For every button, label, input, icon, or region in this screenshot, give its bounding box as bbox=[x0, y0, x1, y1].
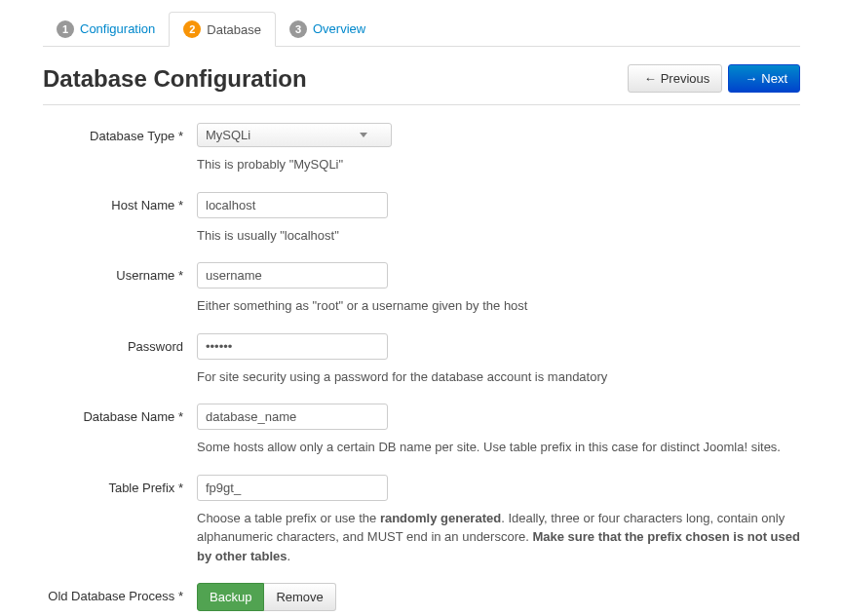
header-row: Database Configuration ← Previous → Next bbox=[43, 64, 800, 105]
database-type-select[interactable]: MySQLi bbox=[197, 123, 392, 147]
help-username: Either something as "root" or a username… bbox=[197, 296, 800, 316]
row-database-type: Database Type * MySQLi This is probably … bbox=[43, 123, 800, 174]
step-tab-configuration[interactable]: 1 Configuration bbox=[43, 12, 169, 46]
label-table-prefix: Table Prefix * bbox=[43, 475, 197, 566]
step-label: Overview bbox=[313, 21, 365, 36]
chevron-down-icon bbox=[360, 133, 367, 137]
step-number: 1 bbox=[57, 20, 74, 38]
step-number: 3 bbox=[289, 20, 307, 38]
help-password: For site security using a password for t… bbox=[197, 367, 800, 387]
old-db-toggle-group: Backup Remove bbox=[197, 583, 336, 611]
label-old-database-process: Old Database Process * bbox=[43, 583, 197, 616]
next-button[interactable]: → Next bbox=[728, 64, 800, 93]
help-table-prefix: Choose a table prefix or use the randoml… bbox=[197, 509, 800, 566]
step-label: Database bbox=[207, 22, 261, 37]
step-tab-overview[interactable]: 3 Overview bbox=[276, 12, 379, 46]
previous-label: Previous bbox=[661, 71, 710, 86]
row-username: Username * Either something as "root" or… bbox=[43, 262, 800, 316]
database-name-input[interactable] bbox=[197, 404, 388, 430]
nav-buttons: ← Previous → Next bbox=[628, 64, 800, 93]
host-name-input[interactable] bbox=[197, 192, 388, 218]
row-old-database-process: Old Database Process * Backup Remove Any… bbox=[43, 583, 800, 616]
label-database-name: Database Name * bbox=[43, 404, 197, 457]
previous-button[interactable]: ← Previous bbox=[628, 64, 723, 93]
step-tab-database[interactable]: 2 Database bbox=[169, 12, 276, 47]
row-password: Password For site security using a passw… bbox=[43, 333, 800, 387]
arrow-left-icon: ← bbox=[644, 71, 657, 86]
label-host-name: Host Name * bbox=[43, 192, 197, 246]
arrow-right-icon: → bbox=[745, 71, 757, 86]
database-type-value: MySQLi bbox=[206, 128, 250, 142]
page-title: Database Configuration bbox=[43, 65, 307, 93]
password-input[interactable] bbox=[197, 333, 388, 360]
row-table-prefix: Table Prefix * Choose a table prefix or … bbox=[43, 475, 800, 566]
table-prefix-input[interactable] bbox=[197, 475, 388, 501]
next-label: Next bbox=[761, 71, 787, 86]
row-host-name: Host Name * This is usually "localhost" bbox=[43, 192, 800, 246]
row-database-name: Database Name * Some hosts allow only a … bbox=[43, 404, 800, 457]
remove-button[interactable]: Remove bbox=[264, 583, 335, 611]
help-database-type: This is probably "MySQLi" bbox=[197, 155, 800, 174]
username-input[interactable] bbox=[197, 262, 388, 289]
step-label: Configuration bbox=[80, 21, 155, 36]
help-host-name: This is usually "localhost" bbox=[197, 226, 800, 246]
step-tabs: 1 Configuration 2 Database 3 Overview bbox=[43, 12, 800, 47]
help-database-name: Some hosts allow only a certain DB name … bbox=[197, 438, 800, 457]
label-username: Username * bbox=[43, 262, 197, 316]
backup-button[interactable]: Backup bbox=[197, 583, 264, 611]
label-database-type: Database Type * bbox=[43, 123, 197, 174]
step-number: 2 bbox=[183, 20, 201, 38]
label-password: Password bbox=[43, 333, 197, 387]
